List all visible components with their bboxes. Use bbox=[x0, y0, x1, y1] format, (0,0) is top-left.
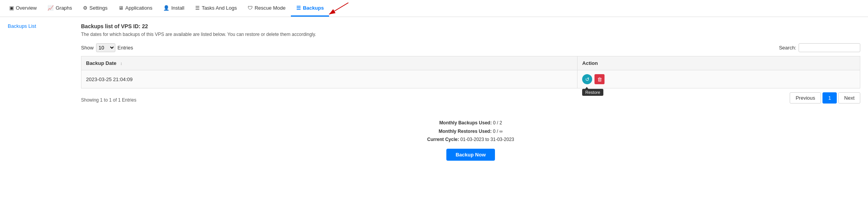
nav-item-install[interactable]: 👤 Install bbox=[158, 0, 190, 17]
table-header-row: Backup Date ↕ Action bbox=[81, 56, 860, 70]
install-icon: 👤 bbox=[163, 5, 169, 11]
nav-item-rescue-mode[interactable]: 🛡 Rescue Mode bbox=[242, 0, 291, 17]
current-cycle-value: 01-03-2023 to 31-03-2023 bbox=[460, 137, 514, 142]
search-input[interactable] bbox=[799, 43, 860, 52]
nav-label-backups: Backups bbox=[303, 5, 324, 11]
top-navigation: ▣ Overview 📈 Graphs ⚙ Settings 🖥 Applica… bbox=[0, 0, 868, 17]
overview-icon: ▣ bbox=[9, 5, 14, 11]
cell-action: ↺ 🗑 Restore bbox=[578, 70, 860, 88]
restore-button[interactable]: ↺ bbox=[582, 74, 592, 84]
backup-now-row: Backup Now bbox=[81, 149, 860, 161]
nav-label-rescue-mode: Rescue Mode bbox=[255, 5, 285, 11]
page-title: Backups list of VPS ID: 22 bbox=[81, 23, 860, 29]
page-description: The dates for which backups of this VPS … bbox=[81, 32, 860, 37]
monthly-backups-used-value: 0 / 2 bbox=[493, 120, 502, 126]
graphs-icon: 📈 bbox=[47, 5, 54, 11]
monthly-restores-used-label: Monthly Restores Used: bbox=[439, 129, 491, 134]
entries-select[interactable]: 10 25 50 100 bbox=[96, 43, 115, 52]
previous-button[interactable]: Previous bbox=[790, 92, 821, 104]
sidebar-backups-list-link[interactable]: Backups List bbox=[8, 23, 36, 29]
nav-label-settings: Settings bbox=[90, 5, 108, 11]
monthly-restores-used-value: 0 / ∞ bbox=[493, 129, 503, 134]
nav-label-applications: Applications bbox=[125, 5, 152, 11]
nav-item-settings[interactable]: ⚙ Settings bbox=[78, 0, 113, 17]
show-label: Show bbox=[81, 45, 94, 51]
nav-item-graphs[interactable]: 📈 Graphs bbox=[42, 0, 78, 17]
svg-line-1 bbox=[329, 3, 348, 14]
search-control: Search: bbox=[779, 43, 860, 52]
delete-button[interactable]: 🗑 bbox=[594, 74, 605, 84]
nav-label-graphs: Graphs bbox=[56, 5, 72, 11]
tasks-icon: ☰ bbox=[195, 5, 200, 11]
sidebar: Backups List bbox=[0, 23, 77, 161]
showing-text: Showing 1 to 1 of 1 Entries bbox=[81, 97, 136, 103]
table-controls: Show 10 25 50 100 Entries Search: bbox=[81, 43, 860, 52]
nav-label-overview: Overview bbox=[16, 5, 37, 11]
current-cycle-label: Current Cycle: bbox=[427, 137, 459, 142]
current-cycle: Current Cycle: 01-03-2023 to 31-03-2023 bbox=[81, 136, 860, 144]
settings-icon: ⚙ bbox=[83, 5, 88, 11]
page-1-button[interactable]: 1 bbox=[822, 92, 837, 104]
footer-stats: Monthly Backups Used: 0 / 2 Monthly Rest… bbox=[81, 119, 860, 144]
nav-item-tasks-and-logs[interactable]: ☰ Tasks And Logs bbox=[190, 0, 242, 17]
col-header-backup-date: Backup Date ↕ bbox=[81, 56, 578, 70]
nav-item-backups[interactable]: ☰ Backups bbox=[291, 0, 329, 17]
action-cell: ↺ 🗑 Restore bbox=[582, 74, 855, 84]
entries-label: Entries bbox=[118, 45, 133, 51]
applications-icon: 🖥 bbox=[118, 5, 123, 11]
rescue-icon: 🛡 bbox=[248, 5, 253, 11]
monthly-backups-used: Monthly Backups Used: 0 / 2 bbox=[81, 119, 860, 127]
backup-now-button[interactable]: Backup Now bbox=[446, 149, 495, 161]
nav-item-overview[interactable]: ▣ Overview bbox=[4, 0, 42, 17]
main-content: Backups list of VPS ID: 22 The dates for… bbox=[77, 23, 868, 161]
monthly-backups-used-label: Monthly Backups Used: bbox=[439, 120, 492, 126]
page-content: Backups List Backups list of VPS ID: 22 … bbox=[0, 17, 868, 167]
nav-label-tasks-and-logs: Tasks And Logs bbox=[202, 5, 237, 11]
pagination: Previous 1 Next bbox=[790, 92, 860, 104]
monthly-restores-used: Monthly Restores Used: 0 / ∞ bbox=[81, 127, 860, 136]
nav-label-install: Install bbox=[171, 5, 184, 11]
sort-icon: ↕ bbox=[120, 61, 122, 66]
backups-table: Backup Date ↕ Action 2023-03-25 21:04:09… bbox=[81, 56, 860, 88]
restore-tooltip: Restore bbox=[582, 89, 603, 96]
show-entries-control: Show 10 25 50 100 Entries bbox=[81, 43, 133, 52]
search-label: Search: bbox=[779, 45, 796, 51]
nav-item-applications[interactable]: 🖥 Applications bbox=[113, 0, 158, 17]
next-button[interactable]: Next bbox=[838, 92, 860, 104]
col-header-action: Action bbox=[578, 56, 860, 70]
table-row: 2023-03-25 21:04:09 ↺ 🗑 Restore bbox=[81, 70, 860, 88]
cell-backup-date: 2023-03-25 21:04:09 bbox=[81, 70, 578, 88]
backups-icon: ☰ bbox=[296, 5, 301, 11]
